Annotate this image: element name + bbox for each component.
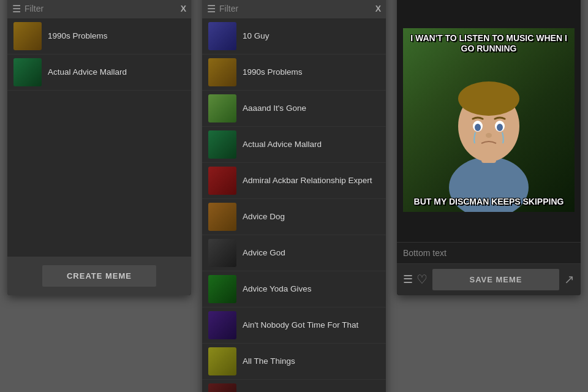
thumb-things	[208, 347, 236, 375]
bottom-text-bar	[397, 242, 581, 263]
meme-bottom-text: BUT MY DISCMAN KEEPS SKIPPING	[408, 197, 570, 207]
thumb-aaaand	[208, 94, 236, 123]
list-label: Ain't Nobody Got Time For That	[243, 320, 358, 330]
search-input-2[interactable]	[219, 4, 372, 13]
svg-point-8	[486, 133, 492, 138]
meme-top-text: I WAN'T TO LISTEN TO MUSIC WHEN I GO RUN…	[408, 33, 570, 54]
hamburger-icon-2[interactable]: ☰	[207, 3, 216, 15]
list-item[interactable]: All The Things	[202, 344, 386, 380]
list-scroll-2[interactable]: 10 Guy 1990s Problems Aaaand It's Gone A…	[202, 18, 386, 393]
thumb-1990s-2	[208, 58, 236, 86]
search-input-1[interactable]	[24, 4, 177, 13]
list-item[interactable]: Advice Dog	[202, 199, 386, 235]
screen-2: Browse Create Personal ☰ X 10 Guy 1990s …	[202, 0, 386, 392]
meme-person-svg	[428, 40, 550, 212]
list-item[interactable]: 1990s Problems	[202, 55, 386, 91]
list-item[interactable]: 10 Guy	[202, 18, 386, 55]
thumb-1990s	[13, 22, 42, 50]
search-bar-2: ☰ X	[202, 0, 386, 18]
save-bar-left: ☰ ♡	[403, 272, 428, 287]
list-item[interactable]: Aaaand It's Gone	[202, 91, 386, 127]
list-label: 10 Guy	[243, 31, 270, 40]
create-meme-button[interactable]: CREATE MEME	[42, 265, 156, 287]
thumb-admiral	[208, 167, 236, 195]
list-label: Advice Yoda Gives	[243, 284, 312, 293]
list-label: Actual Advice Mallard	[48, 67, 127, 77]
bottom-text-input[interactable]	[403, 248, 575, 258]
share-icon[interactable]: ↗	[564, 272, 575, 287]
thumb-nobody	[208, 311, 236, 339]
svg-point-6	[475, 124, 481, 131]
meme-image-container: I WAN'T TO LISTEN TO MUSIC WHEN I GO RUN…	[403, 28, 575, 212]
svg-point-3	[458, 81, 519, 116]
list-label: Aaaand It's Gone	[243, 104, 306, 113]
hamburger-icon-3[interactable]: ☰	[403, 273, 413, 286]
list-item[interactable]: Ain't Nobody Got Time For That	[202, 307, 386, 344]
heart-icon[interactable]: ♡	[417, 272, 428, 287]
list-label: Actual Advice Mallard	[243, 140, 322, 149]
list-item[interactable]: Advice God	[202, 235, 386, 271]
save-meme-button[interactable]: SAVE MEME	[432, 269, 559, 290]
list-scroll-1[interactable]: 1990s Problems Actual Advice Mallard	[7, 18, 191, 257]
list-label: 1990s Problems	[243, 67, 303, 77]
list-label: Admiral Ackbar Relationship Expert	[243, 176, 372, 185]
thumb-actual-2	[208, 130, 236, 159]
clear-button-2[interactable]: X	[375, 4, 381, 13]
list-item[interactable]: Actual Advice Mallard	[7, 55, 191, 91]
screen-3: I WAN'T TO LISTEN TO MUSIC WHEN I GO RUN…	[397, 0, 581, 295]
list-item[interactable]: 1990s Problems	[7, 18, 191, 55]
thumb-10guy	[208, 22, 236, 50]
list-label: 1990s Problems	[48, 31, 108, 40]
save-bar: ☰ ♡ SAVE MEME ↗	[397, 263, 581, 295]
list-item[interactable]: Actual Advice Mallard	[202, 127, 386, 163]
hamburger-icon-1[interactable]: ☰	[12, 3, 21, 15]
thumb-dog	[208, 203, 236, 231]
thumb-god	[208, 239, 236, 267]
clear-button-1[interactable]: X	[181, 4, 186, 13]
list-label: Advice Dog	[243, 212, 285, 221]
search-bar-1: ☰ X	[7, 0, 191, 18]
svg-point-7	[497, 124, 503, 131]
thumb-yoda	[208, 275, 236, 303]
list-item[interactable]: Admiral Ackbar Relationship Expert	[202, 163, 386, 199]
list-label: All The Things	[243, 356, 295, 366]
thumb-actual	[13, 58, 42, 86]
screen-1: Browse Create Personal ☰ X 1990s Problem…	[7, 0, 191, 295]
meme-background	[403, 28, 575, 212]
list-item[interactable]: Advice Yoda Gives	[202, 271, 386, 307]
meme-image-area: I WAN'T TO LISTEN TO MUSIC WHEN I GO RUN…	[397, 0, 581, 242]
create-btn-bar: CREATE MEME	[7, 257, 191, 295]
thumb-only	[208, 383, 236, 393]
list-item[interactable]: Am I The Only One	[202, 380, 386, 393]
list-label: Advice God	[243, 248, 285, 257]
